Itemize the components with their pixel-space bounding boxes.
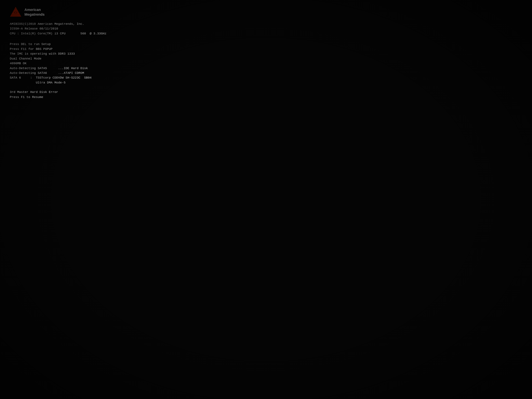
ami-brand-line2: Megatrends <box>25 12 44 17</box>
bios-info-section: AMIBIOS(C)2010 American Megatrends, Inc.… <box>10 22 522 36</box>
ami-logo <box>10 6 21 18</box>
bios-cpu-line: CPU : Intel(R) Core(TM) i3 CPU 560 @ 3.3… <box>10 31 522 36</box>
boot-messages-section: Press DEL to run Setup Press F11 for BBS… <box>10 42 522 85</box>
bios-header: American Megatrends <box>10 6 522 18</box>
svg-rect-6 <box>10 14 21 15</box>
svg-rect-3 <box>10 10 21 10</box>
sata6-detect-line: Auto-Detecting SATA6 ...ATAPI CDROM <box>10 71 522 76</box>
hard-disk-error-line: 3rd Master Hard Disk Error <box>10 90 522 95</box>
imc-line: The IMC is operating with DDR3 1333 <box>10 51 522 56</box>
press-f11-line: Press F11 for BBS POPUP <box>10 47 522 51</box>
bios-copyright-line: AMIBIOS(C)2010 American Megatrends, Inc. <box>10 22 522 26</box>
press-f1-line: Press F1 to Resume <box>10 95 522 100</box>
press-del-line: Press DEL to run Setup <box>10 42 522 47</box>
svg-rect-2 <box>10 8 21 9</box>
ami-brand-line1: American <box>25 7 44 12</box>
sata6-device-line: SATA 6 : TSSTcorp CDDVDW SH-S223C SB04 <box>10 76 522 80</box>
ami-brand-text: American Megatrends <box>25 7 44 17</box>
svg-rect-4 <box>10 11 21 12</box>
memory-ok-line: 4096MB OK <box>10 61 522 66</box>
dual-channel-line: Dual Channel Mode <box>10 56 522 61</box>
svg-point-9 <box>15 13 16 13</box>
bios-release-line: IC55H-A Release 08/11/2010 <box>10 26 522 31</box>
ultra-dma-line: Ultra DMA Mode-5 <box>10 80 522 85</box>
svg-rect-7 <box>10 15 21 16</box>
error-section: 3rd Master Hard Disk Error Press F1 to R… <box>10 90 522 100</box>
bios-screen: American Megatrends AMIBIOS(C)2010 Ameri… <box>0 0 532 399</box>
sata5-detect-line: Auto-Detecting SATA5 ...IDE Hard Disk <box>10 66 522 71</box>
